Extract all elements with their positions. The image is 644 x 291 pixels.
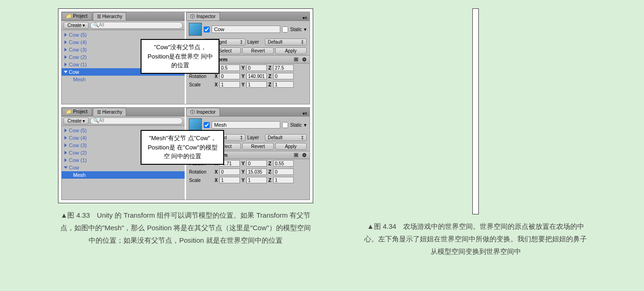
- row-label: Scale: [189, 178, 213, 183]
- folder-icon: 📁: [66, 12, 71, 20]
- hierarchy-toolbar: Create ▾ 🔍All: [62, 21, 185, 30]
- tree-item[interactable]: Mesh: [62, 171, 185, 179]
- apply-button[interactable]: Apply: [275, 47, 307, 54]
- gameobject-icon[interactable]: [189, 23, 202, 36]
- list-icon: ☰: [97, 108, 101, 116]
- create-button[interactable]: Create ▾: [64, 117, 89, 124]
- search-input[interactable]: 🔍All: [90, 22, 183, 29]
- tab-project[interactable]: 📁Project: [62, 12, 91, 20]
- tab-bar: 📁Project ☰Hierarchy: [62, 108, 185, 116]
- object-name-field[interactable]: [212, 121, 280, 129]
- panel-menu-icon[interactable]: ▾≡: [301, 111, 309, 116]
- figure-4-33: 📁Project ☰Hierarchy Create ▾ 🔍All Cow (5…: [37, 8, 334, 283]
- expand-icon[interactable]: [64, 158, 67, 162]
- unity-editor-stack: 📁Project ☰Hierarchy Create ▾ 🔍All Cow (5…: [58, 8, 313, 203]
- static-checkbox[interactable]: [282, 26, 288, 32]
- row-label: Scale: [189, 82, 213, 87]
- scl-row: Scale X Y Z: [186, 80, 309, 89]
- pos-y[interactable]: [246, 65, 267, 71]
- rot-z[interactable]: [273, 73, 294, 79]
- tab-hierarchy[interactable]: ☰Hierarchy: [93, 108, 127, 116]
- expand-icon[interactable]: [64, 143, 67, 147]
- tree-item-label: Cow (3): [69, 142, 87, 149]
- tree-item-label: Cow (4): [69, 134, 87, 142]
- gear-icon[interactable]: ⚙: [302, 152, 307, 158]
- tree-item[interactable]: Cow (5): [62, 31, 185, 39]
- scl-x[interactable]: [219, 177, 240, 183]
- tab-inspector[interactable]: ⓘ Inspector: [186, 12, 219, 20]
- expand-icon[interactable]: [64, 40, 67, 44]
- help-icon[interactable]: ▣: [294, 152, 300, 158]
- unity-row-bottom: 📁Project ☰Hierarchy Create ▾ 🔍All Cow (5…: [61, 107, 309, 200]
- revert-button[interactable]: Revert: [242, 47, 274, 54]
- tree-item-label: Cow (5): [69, 127, 87, 134]
- callout-mesh: "Mesh"有父节 点"Cow"， Position是 在"Cow"的模型空 间…: [141, 130, 224, 165]
- apply-button[interactable]: Apply: [275, 143, 307, 150]
- pos-x[interactable]: [219, 65, 240, 71]
- help-icon[interactable]: ▣: [294, 56, 300, 63]
- rot-z[interactable]: [273, 168, 294, 175]
- callout-cow: "Cow"没有父节点， Position是在世界空 间中的位置: [141, 39, 219, 74]
- tree-item-label: Cow: [69, 68, 79, 76]
- expand-icon[interactable]: [64, 48, 67, 52]
- layer-dropdown[interactable]: Default‡: [265, 134, 307, 141]
- expand-icon[interactable]: [64, 129, 67, 132]
- active-checkbox[interactable]: [204, 122, 210, 128]
- pos-z[interactable]: [273, 65, 294, 71]
- active-checkbox[interactable]: [204, 26, 210, 32]
- tab-bar: 📁Project ☰Hierarchy: [62, 12, 185, 21]
- create-button[interactable]: Create ▾: [64, 22, 89, 29]
- panel-menu-icon[interactable]: ▾≡: [301, 15, 309, 20]
- hierarchy-toolbar: Create ▾ 🔍All: [62, 116, 185, 126]
- revert-button[interactable]: Revert: [242, 143, 274, 150]
- rot-y[interactable]: [246, 73, 267, 79]
- tree-item-label: Cow (1): [69, 156, 87, 164]
- layer-dropdown[interactable]: Default‡: [265, 39, 307, 45]
- row-label: Rotation: [189, 169, 213, 175]
- scl-z[interactable]: [273, 81, 294, 88]
- layer-label: Layer: [247, 39, 263, 45]
- object-name-field[interactable]: [212, 26, 280, 33]
- tree-item-label: Cow: [69, 164, 79, 171]
- static-dropdown-icon[interactable]: ▾: [304, 122, 307, 128]
- hierarchy-panel: 📁Project ☰Hierarchy Create ▾ 🔍All Cow (5…: [62, 108, 185, 200]
- scl-row: Scale X Y Z: [186, 176, 309, 184]
- expand-icon[interactable]: [64, 136, 67, 140]
- tab-hierarchy[interactable]: ☰Hierarchy: [93, 12, 127, 20]
- scl-z[interactable]: [273, 177, 294, 183]
- tree-item[interactable]: Mesh: [62, 76, 185, 83]
- expand-icon[interactable]: [64, 167, 68, 169]
- gameobject-icon[interactable]: [189, 118, 202, 131]
- expand-icon[interactable]: [64, 71, 68, 73]
- info-icon: ⓘ: [190, 108, 195, 116]
- tab-inspector[interactable]: ⓘ Inspector: [186, 108, 219, 116]
- pos-y[interactable]: [246, 160, 267, 167]
- rot-y[interactable]: [246, 168, 267, 175]
- expand-icon[interactable]: [64, 33, 67, 37]
- rot-x[interactable]: [219, 168, 240, 175]
- tree-item-label: Mesh: [73, 171, 85, 179]
- rot-row: Rotation X Y Z: [186, 168, 309, 176]
- scl-x[interactable]: [219, 81, 240, 88]
- tree-item-label: Cow (3): [69, 46, 87, 53]
- gear-icon[interactable]: ⚙: [302, 57, 307, 63]
- object-header: Static ▾: [186, 21, 309, 38]
- static-dropdown-icon[interactable]: ▾: [304, 26, 307, 32]
- tree-item[interactable]: Cow: [62, 164, 185, 171]
- expand-icon[interactable]: [64, 55, 67, 59]
- scl-y[interactable]: [246, 177, 267, 183]
- search-input[interactable]: 🔍All: [90, 117, 183, 124]
- static-checkbox[interactable]: [282, 122, 288, 128]
- row-label: Rotation: [189, 74, 213, 79]
- scene-frame: +y +x +z (0, 2, 4, 1) +y +x +z (?, ?, ?,…: [472, 8, 479, 214]
- tree-item-label: Cow (1): [69, 61, 87, 68]
- caption-4-34: ▲图 4.34 农场游戏中的世界空间。世界空间的原点被放置在农场的中心。左下角显…: [364, 220, 587, 258]
- tab-project[interactable]: 📁Project: [62, 108, 91, 116]
- scl-y[interactable]: [246, 81, 267, 88]
- expand-icon[interactable]: [64, 63, 67, 66]
- tree-item-label: Mesh: [73, 76, 85, 83]
- rot-x[interactable]: [219, 73, 240, 79]
- pos-z[interactable]: [273, 160, 294, 167]
- tree-item-label: Cow (5): [69, 31, 87, 39]
- expand-icon[interactable]: [64, 151, 67, 155]
